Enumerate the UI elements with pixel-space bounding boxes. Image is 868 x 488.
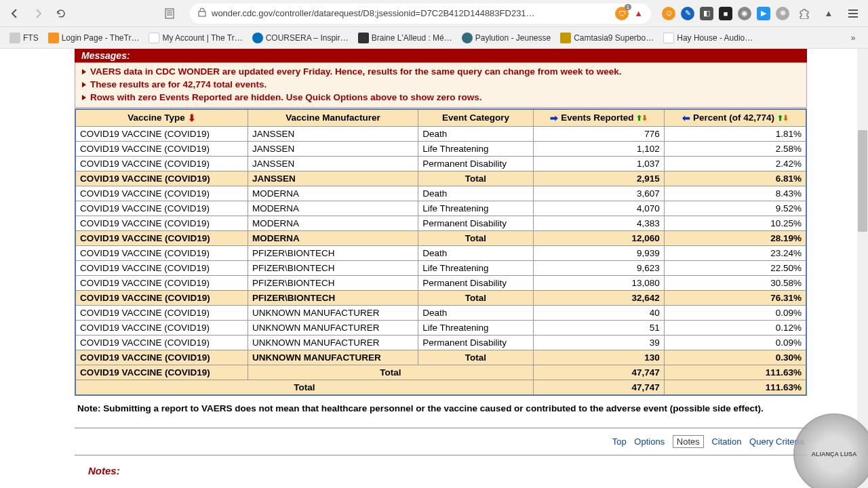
bookmark-item[interactable]: Hay House - Audio… (659, 30, 757, 46)
cell-events: 4,070 (533, 201, 664, 216)
cell-events: 32,642 (533, 291, 664, 306)
bookmarks-bar: FTS Login Page - TheTr… My Account | The… (0, 27, 868, 49)
bullet-icon (82, 95, 86, 100)
rewards-icon[interactable]: ▲ (819, 4, 838, 23)
bookmark-item[interactable]: Camtasia9 Superbo… (556, 30, 658, 46)
bookmarks-overflow[interactable]: » (844, 28, 863, 47)
scrollbar-thumb[interactable] (858, 130, 867, 232)
col-manufacturer[interactable]: Vaccine Manufacturer (248, 109, 418, 127)
cell-percent: 8.43% (664, 186, 806, 201)
svg-rect-4 (199, 12, 205, 16)
ext-icon[interactable]: ◉ (738, 7, 751, 20)
cell-total-label: Total (418, 231, 534, 246)
cell-events: 12,060 (533, 231, 664, 246)
cell-percent: 30.58% (664, 276, 806, 291)
url-bar[interactable]: wonder.cdc.gov/controller/datarequest/D8… (190, 3, 651, 24)
table-row: COVID19 VACCINE (COVID19)UNKNOWN MANUFAC… (75, 321, 806, 336)
table-row: COVID19 VACCINE (COVID19)PFIZER\BIONTECH… (75, 276, 806, 291)
table-row: COVID19 VACCINE (COVID19)MODERNALife Thr… (75, 201, 806, 216)
ext-icon[interactable]: ◧ (700, 7, 713, 20)
ext-icon[interactable]: ⊙ (662, 7, 675, 20)
notes-section-header: Notes: (75, 461, 807, 476)
reader-icon[interactable] (160, 4, 179, 23)
col-events-reported[interactable]: ➡ Events Reported ⬆⬇ (533, 109, 664, 127)
extensions-icon[interactable] (795, 4, 814, 23)
table-row: COVID19 VACCINE (COVID19)JANSSENDeath776… (75, 127, 806, 142)
link-top[interactable]: Top (612, 436, 627, 447)
cell-percent: 0.09% (664, 306, 806, 321)
table-row: COVID19 VACCINE (COVID19)PFIZER\BIONTECH… (75, 261, 806, 276)
link-options[interactable]: Options (634, 436, 665, 447)
cell-percent: 23.24% (664, 246, 806, 261)
bookmark-item[interactable]: My Account | The Tr… (144, 30, 246, 46)
cell-events: 3,607 (533, 186, 664, 201)
cell-category: Permanent Disability (418, 336, 534, 350)
cell-category: Permanent Disability (418, 216, 534, 231)
cell-events: 51 (533, 321, 664, 336)
cell-percent: 111.63% (664, 365, 806, 380)
bookmark-item[interactable]: COURSERA – Inspir… (248, 30, 353, 46)
separator (75, 428, 807, 428)
cell-vaccine-type: COVID19 VACCINE (COVID19) (75, 261, 248, 276)
link-notes[interactable]: Notes (673, 435, 704, 448)
cell-percent: 6.81% (664, 171, 806, 186)
cell-manufacturer: JANSSEN (248, 157, 418, 171)
cell-manufacturer: UNKNOWN MANUFACTURER (248, 306, 418, 321)
bookmark-item[interactable]: FTS (5, 30, 43, 46)
table-row: COVID19 VACCINE (COVID19)JANSSENLife Thr… (75, 142, 806, 157)
col-percent[interactable]: ⬅ Percent (of 42,774) ⬆⬇ (664, 109, 806, 127)
bullet-icon (82, 69, 86, 75)
cell-total-label: Total (418, 171, 534, 186)
cell-total-label: Total (418, 350, 534, 365)
bullet-icon (82, 82, 86, 87)
cell-vaccine-type: COVID19 VACCINE (COVID19) (75, 201, 248, 216)
reload-button[interactable] (52, 4, 71, 23)
table-row: COVID19 VACCINE (COVID19)UNKNOWN MANUFAC… (75, 306, 806, 321)
table-row-grand-total: Total47,747111.63% (75, 380, 806, 396)
menu-icon[interactable] (844, 4, 863, 23)
sort-arrows-icon: ⬆⬇ (777, 114, 788, 122)
messages-box: VAERS data in CDC WONDER are updated eve… (75, 62, 807, 108)
cell-events: 47,747 (533, 380, 664, 396)
cell-total-label: Total (418, 291, 534, 306)
message-line: VAERS data in CDC WONDER are updated eve… (75, 66, 806, 79)
brave-shield-icon[interactable]: 🛡1 (615, 7, 629, 20)
cell-manufacturer: UNKNOWN MANUFACTURER (248, 321, 418, 336)
svg-rect-0 (165, 9, 174, 18)
bookmark-item[interactable]: Login Page - TheTr… (44, 30, 144, 46)
cell-total-label: Total (248, 365, 533, 380)
ext-icon[interactable]: ❋ (776, 7, 789, 20)
cell-events: 40 (533, 306, 664, 321)
table-row: COVID19 VACCINE (COVID19)JANSSENPermanen… (75, 157, 806, 171)
cell-percent: 2.42% (664, 157, 806, 171)
ext-icon[interactable]: ▶ (757, 7, 770, 20)
cell-vaccine-type: COVID19 VACCINE (COVID19) (75, 157, 248, 171)
cell-vaccine-type: COVID19 VACCINE (COVID19) (75, 306, 248, 321)
cell-events: 47,747 (533, 365, 664, 380)
extension-icons: ⊙ ✎ ◧ ■ ◉ ▶ ❋ ▲ (662, 4, 863, 23)
bookmark-item[interactable]: Braine L'Alleud : Mé… (354, 30, 456, 46)
warning-icon[interactable]: ▲ (634, 8, 643, 18)
link-citation[interactable]: Citation (711, 436, 741, 447)
table-header-row: Vaccine Type ⬇ Vaccine Manufacturer Even… (75, 109, 806, 127)
table-row: COVID19 VACCINE (COVID19)MODERNAPermanen… (75, 216, 806, 231)
table-row: COVID19 VACCINE (COVID19)MODERNADeath3,6… (75, 186, 806, 201)
bookmark-item[interactable]: Paylution - Jeunesse (458, 30, 555, 46)
col-vaccine-type[interactable]: Vaccine Type ⬇ (75, 109, 248, 127)
cell-percent: 10.25% (664, 216, 806, 231)
cell-vaccine-type: COVID19 VACCINE (COVID19) (75, 291, 248, 306)
cell-events: 39 (533, 336, 664, 350)
cell-percent: 111.63% (664, 380, 806, 396)
arrow-right-icon: ➡ (550, 113, 558, 123)
back-button[interactable] (5, 4, 24, 23)
col-event-category[interactable]: Event Category (418, 109, 534, 127)
page-content: Messages: VAERS data in CDC WONDER are u… (0, 49, 868, 488)
forward-button[interactable] (28, 4, 47, 23)
cell-manufacturer: UNKNOWN MANUFACTURER (248, 350, 418, 365)
url-text: wonder.cdc.gov/controller/datarequest/D8… (212, 8, 610, 18)
cell-total-label: Total (75, 380, 533, 396)
ext-icon[interactable]: ✎ (681, 7, 694, 20)
ext-icon[interactable]: ■ (719, 7, 732, 20)
cell-category: Life Threatening (418, 321, 534, 336)
cell-category: Death (418, 306, 534, 321)
